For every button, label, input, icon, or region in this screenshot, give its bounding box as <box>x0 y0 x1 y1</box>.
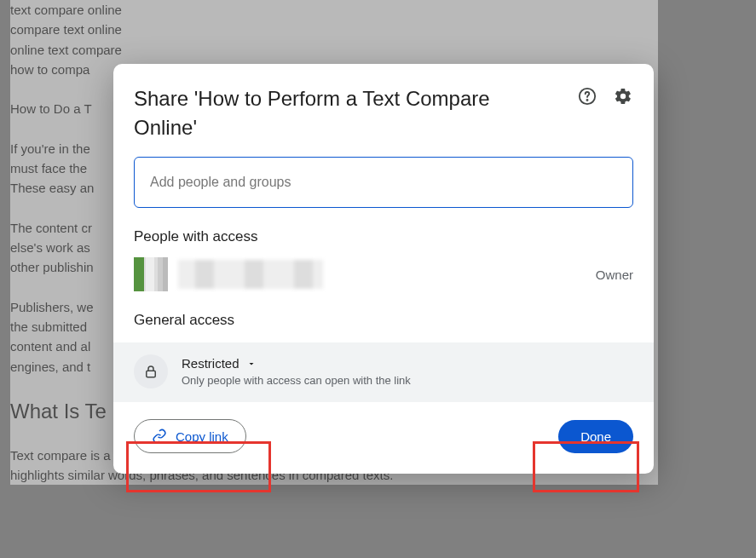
general-access-title: General access <box>134 312 633 329</box>
access-mode-label: Restricted <box>182 356 239 371</box>
person-name-redacted <box>178 260 323 289</box>
add-people-input[interactable] <box>134 157 633 208</box>
access-description: Only people with access can open with th… <box>182 374 411 387</box>
people-with-access-title: People with access <box>134 228 633 245</box>
access-mode-dropdown[interactable]: Restricted <box>182 356 411 371</box>
copy-link-button[interactable]: Copy link <box>134 419 246 453</box>
avatar <box>134 257 168 291</box>
chevron-down-icon <box>246 359 257 369</box>
done-button[interactable]: Done <box>558 420 633 453</box>
dialog-title: Share 'How to Perform a Text Compare Onl… <box>134 84 543 141</box>
person-row: Owner <box>134 257 633 291</box>
svg-rect-2 <box>147 371 156 377</box>
lock-icon <box>134 354 168 388</box>
help-icon[interactable] <box>577 86 597 106</box>
general-access-row: Restricted Only people with access can o… <box>113 342 654 402</box>
svg-point-1 <box>586 100 587 101</box>
link-icon <box>152 429 167 444</box>
share-dialog: Share 'How to Perform a Text Compare Onl… <box>113 64 654 474</box>
copy-link-label: Copy link <box>176 429 228 444</box>
owner-role-label: Owner <box>596 267 633 282</box>
gear-icon[interactable] <box>613 86 633 106</box>
